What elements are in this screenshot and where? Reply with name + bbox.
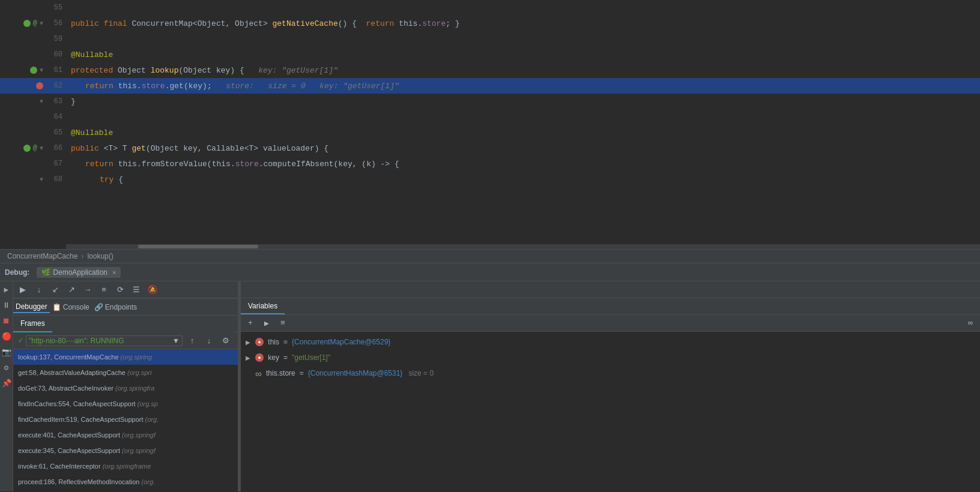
code-line-60: @Nullable <box>66 47 980 62</box>
var-row-key: ● key = "getUser[1]" <box>241 350 980 365</box>
line-64: 64 <box>0 109 66 125</box>
tab-console[interactable]: 📋 Console <box>50 302 92 313</box>
code-line-66: public <T> T get(Object key, Callable<T>… <box>66 140 980 156</box>
camera-icon[interactable]: 📷 <box>1 346 13 358</box>
thread-selector: ✓ "http-nio-80-···ain": RUNNING ▼ ↑ ↓ ⚙ <box>13 332 238 349</box>
var-icon-key: ● <box>255 353 264 362</box>
variables-tab-label[interactable]: Variables <box>241 298 285 314</box>
code-line-68: try { <box>66 172 980 187</box>
line-66: @ ▼ 66 <box>0 140 66 156</box>
restore-btn[interactable]: ⟳ <box>113 283 127 296</box>
var-icon-store: ∞ <box>255 369 262 378</box>
code-lines: public final ConcurrentMap<Object, Objec… <box>66 0 980 249</box>
breadcrumb-file: ConcurrentMapCache <box>7 252 77 260</box>
run-to-cursor-btn[interactable]: → <box>80 283 95 296</box>
frame-item-2[interactable]: doGet:73, AbstractCacheInvoker (org.spri… <box>13 380 238 396</box>
var-infinity-btn[interactable]: ∞ <box>963 317 978 330</box>
variables-panel: Variables + ▶ ≡ ∞ ● this = {ConcurrentMa… <box>241 281 980 491</box>
fold-61[interactable]: ▼ <box>40 67 43 74</box>
frame-item-3[interactable]: findInCaches:554, CacheAspectSupport (or… <box>13 396 238 412</box>
demo-application-tab[interactable]: 🌿 DemoApplication × <box>37 267 121 278</box>
debug-tabs: Debugger 📋 Console 🔗 Endpoints <box>13 299 238 316</box>
var-row-this-store: ∞ this.store = {ConcurrentHashMap@6531} … <box>241 365 980 381</box>
frame-down-btn[interactable]: ↓ <box>202 334 216 347</box>
breakpoint-icon-56[interactable] <box>23 20 31 27</box>
settings-icon[interactable]: ⚙ <box>1 362 13 374</box>
at-sign-66: @ <box>33 144 37 152</box>
thread-check: ✓ <box>18 337 23 344</box>
evaluate-btn[interactable]: ≡ <box>97 283 111 296</box>
line-61: ▼ 61 <box>0 62 66 78</box>
current-line-icon-62 <box>36 82 43 89</box>
resume-icon[interactable]: ▶ <box>1 284 13 296</box>
debug-icon-toolbar: ▶ ↓ ↙ ↗ → ≡ ⟳ ☰ 🔕 <box>13 281 238 298</box>
code-line-56: public final ConcurrentMap<Object, Objec… <box>66 16 980 31</box>
expand-key[interactable] <box>246 355 253 361</box>
frame-filter-btn[interactable]: ⚙ <box>219 334 233 347</box>
breakpoint-icon[interactable]: 🔴 <box>1 331 13 343</box>
frame-item-5[interactable]: execute:401, CacheAspectSupport (org.spr… <box>13 427 238 443</box>
line-68: ▼ 68 <box>0 172 66 187</box>
variables-tabs: Variables <box>241 298 980 315</box>
variables-header <box>241 281 980 298</box>
close-tab-button[interactable]: × <box>112 269 116 276</box>
hscrollbar-thumb[interactable] <box>138 245 258 248</box>
tab-endpoints[interactable]: 🔗 Endpoints <box>92 302 139 313</box>
frame-up-btn[interactable]: ↑ <box>185 334 199 347</box>
expand-this[interactable] <box>246 339 253 346</box>
app-icon: 🌿 <box>41 268 50 277</box>
line-55: 55 <box>0 0 66 16</box>
frame-item-7[interactable]: invoke:61, CacheInterceptor (org.springf… <box>13 458 238 474</box>
step-into-btn[interactable]: ↙ <box>48 283 62 296</box>
thread-name: "http-nio-80-···ain": RUNNING <box>29 337 124 345</box>
frames-tab-area: ▶ ↓ ↙ ↗ → ≡ ⟳ ☰ 🔕 <box>13 281 238 299</box>
app-name: DemoApplication <box>53 268 107 277</box>
code-line-59 <box>66 31 980 47</box>
fold-56[interactable]: ▼ <box>40 20 43 27</box>
code-line-63: } <box>66 94 980 109</box>
frames-tab-label[interactable]: Frames <box>13 316 52 332</box>
left-sidebar: ▶ ⏸ ⏹ 🔴 📷 ⚙ 📌 <box>0 281 13 491</box>
var-icon-this: ● <box>255 338 264 346</box>
var-list-btn[interactable]: ≡ <box>276 317 290 330</box>
thread-dropdown[interactable]: "http-nio-80-···ain": RUNNING ▼ <box>26 335 183 346</box>
editor-hscrollbar[interactable] <box>66 244 980 249</box>
resume-btn[interactable]: ▶ <box>16 283 30 296</box>
fold-63[interactable]: ▼ <box>40 98 43 105</box>
var-add-btn[interactable]: + <box>243 317 258 330</box>
breadcrumb: ConcurrentMapCache › lookup() <box>0 249 980 263</box>
frame-item-4[interactable]: findCachedItem:519, CacheAspectSupport (… <box>13 412 238 427</box>
step-out-btn[interactable]: ↗ <box>64 283 79 296</box>
frames-btn[interactable]: ☰ <box>129 283 144 296</box>
mute-btn[interactable]: 🔕 <box>145 283 160 296</box>
line-63: ▼ 63 <box>0 94 66 109</box>
fold-68[interactable]: ▼ <box>40 176 43 183</box>
pause-icon[interactable]: ⏸ <box>1 299 13 311</box>
frames-tab: Frames <box>13 316 233 332</box>
editor-area: 55 @ ▼ 56 59 60 ▼ 61 <box>0 0 980 249</box>
breakpoint-icon-61[interactable] <box>30 67 37 74</box>
stop-icon[interactable]: ⏹ <box>1 315 13 327</box>
debug-label: Debug: <box>5 268 29 277</box>
line-numbers: 55 @ ▼ 56 59 60 ▼ 61 <box>0 0 66 249</box>
var-expand-btn[interactable]: ▶ <box>259 317 274 330</box>
debug-panels: ▶ ⏸ ⏹ 🔴 📷 ⚙ 📌 ▶ ↓ ↙ ↗ → ≡ ⟳ ☰ 🔕 <box>0 281 980 491</box>
tab-debugger[interactable]: Debugger <box>13 301 50 313</box>
frame-item-8[interactable]: proceed:186, ReflectiveMethodInvocation … <box>13 474 238 490</box>
frames-panel: ▶ ↓ ↙ ↗ → ≡ ⟳ ☰ 🔕 Debugger 📋 Console 🔗 <box>13 281 238 491</box>
pin-icon[interactable]: 📌 <box>1 377 13 389</box>
debug-bar: Debug: 🌿 DemoApplication × <box>0 263 980 281</box>
fold-66[interactable]: ▼ <box>40 145 43 152</box>
line-59: 59 <box>0 31 66 47</box>
frame-item-6[interactable]: execute:345, CacheAspectSupport (org.spr… <box>13 443 238 458</box>
breakpoint-icon-66[interactable] <box>23 145 31 152</box>
line-65: 65 <box>0 125 66 140</box>
step-over-btn[interactable]: ↓ <box>32 283 46 296</box>
frame-list: lookup:137, ConcurrentMapCache (org.spri… <box>13 349 238 491</box>
frame-item-1[interactable]: get:58, AbstractValueAdaptingCache (org.… <box>13 365 238 380</box>
code-line-65: @Nullable <box>66 125 980 140</box>
code-line-55 <box>66 0 980 16</box>
frame-item-0[interactable]: lookup:137, ConcurrentMapCache (org.spri… <box>13 349 238 365</box>
frames-header: Frames <box>13 316 238 332</box>
code-line-67: return this.fromStoreValue(this.store.co… <box>66 156 980 172</box>
